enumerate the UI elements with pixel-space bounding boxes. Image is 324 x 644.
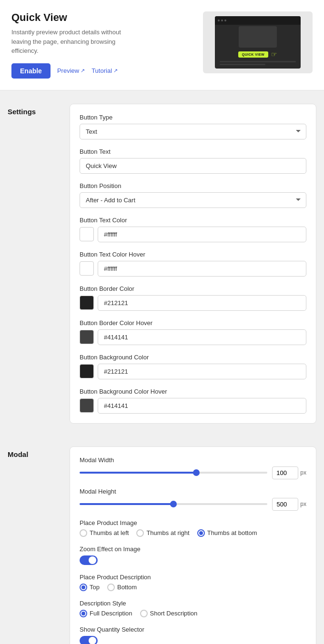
place-product-desc-options: Top Bottom [80,584,306,591]
page-title: Quick View [11,11,193,24]
settings-label: Settings [8,104,70,116]
place-product-image-options: Thumbs at left Thumbs at right Thumbs at… [80,529,306,537]
place-product-image-label: Place Product Image [80,519,306,526]
radio-circle-desc-bottom [107,584,115,591]
button-bg-color-hover-swatch[interactable] [80,398,94,413]
radio-desc-top[interactable]: Top [80,584,100,591]
modal-label: Modal [8,446,70,458]
radio-circle-full-desc [80,610,87,617]
button-bg-color-hover-row [80,398,306,414]
button-text-color-input[interactable] [98,227,306,242]
settings-section: Settings Button Type Text Icon Text + Ic… [0,94,324,433]
button-text-field: Button Text [80,148,306,174]
button-border-color-label: Button Border Color [80,285,306,292]
modal-width-input[interactable] [272,466,298,479]
modal-width-label: Modal Width [80,456,306,464]
button-type-field: Button Type Text Icon Text + Icon [80,114,306,139]
settings-panel: Button Type Text Icon Text + Icon Button… [70,104,316,424]
external-link-icon: ↗ [81,68,85,74]
modal-height-range-wrapper [80,503,267,505]
cursor-icon: ☞ [271,50,277,58]
button-position-field: Button Position After - Add to Cart Befo… [80,182,306,208]
preview-link[interactable]: Preview ↗ [57,67,85,74]
button-bg-color-input[interactable] [98,364,306,379]
button-bg-color-hover-input[interactable] [98,398,306,414]
button-text-color-hover-input[interactable] [98,261,306,277]
button-bg-color-hover-label: Button Background Color Hover [80,388,306,395]
modal-width-slider[interactable] [80,472,267,474]
place-product-image-field: Place Product Image Thumbs at left Thumb… [80,519,306,537]
button-bg-color-swatch[interactable] [80,364,94,378]
button-text-color-row [80,227,306,242]
preview-mockup: QUICK VIEW ☞ [215,16,301,69]
radio-thumbs-left[interactable]: Thumbs at left [80,529,129,537]
modal-width-range-wrapper [80,472,267,474]
button-border-color-swatch[interactable] [80,296,94,310]
preview-image: QUICK VIEW ☞ [203,11,313,73]
radio-short-desc[interactable]: Short Description [140,610,198,617]
button-text-color-hover-label: Button Text Color Hover [80,251,306,258]
header-actions: Enable Preview ↗ Tutorial ↗ [11,63,193,79]
modal-height-value: px [272,498,306,511]
button-type-label: Button Type [80,114,306,121]
modal-height-unit: px [300,501,306,507]
radio-circle-short-desc [140,610,148,617]
modal-height-slider[interactable] [80,503,267,505]
button-bg-color-row [80,364,306,379]
modal-width-unit: px [300,469,306,476]
radio-desc-bottom[interactable]: Bottom [107,584,137,591]
modal-width-value: px [272,466,306,479]
button-text-input[interactable] [80,158,306,174]
page-wrapper: Quick View Instantly preview product det… [0,0,324,644]
header-description: Instantly preview product details withou… [11,28,135,56]
modal-panel: Modal Width px Modal Height [70,446,316,644]
modal-height-label: Modal Height [80,488,306,495]
zoom-effect-label: Zoom Effect on Image [80,545,306,553]
tutorial-link[interactable]: Tutorial ↗ [91,67,118,74]
button-position-select[interactable]: After - Add to Cart Before - Add to Cart… [80,192,306,208]
button-bg-color-field: Button Background Color [80,354,306,379]
enable-button[interactable]: Enable [11,63,51,79]
radio-thumbs-right[interactable]: Thumbs at right [136,529,189,537]
zoom-effect-field: Zoom Effect on Image [80,545,306,565]
quantity-selector-toggle-thumb [89,637,96,644]
description-style-options: Full Description Short Description [80,610,306,617]
quantity-selector-toggle[interactable] [80,636,98,644]
button-border-color-hover-label: Button Border Color Hover [80,319,306,327]
radio-circle-desc-top [80,584,87,591]
preview-line [220,61,296,62]
preview-image-placeholder [239,26,277,48]
button-text-color-hover-row [80,261,306,277]
button-border-color-input[interactable] [98,295,306,311]
button-border-color-row [80,295,306,311]
button-text-color-label: Button Text Color [80,217,306,224]
button-border-color-field: Button Border Color [80,285,306,311]
external-link-icon-2: ↗ [113,68,118,74]
button-type-select[interactable]: Text Icon Text + Icon [80,124,306,139]
place-product-desc-field: Place Product Description Top Bottom [80,574,306,591]
button-text-color-swatch[interactable] [80,227,94,241]
modal-height-slider-row: px [80,498,306,511]
radio-circle-thumbs-bottom [197,529,205,537]
button-border-color-hover-field: Button Border Color Hover [80,319,306,345]
button-border-color-hover-swatch[interactable] [80,330,94,344]
quantity-selector-field: Show Quantity Selector [80,626,306,644]
zoom-effect-toggle[interactable] [80,555,98,565]
modal-height-field: Modal Height px [80,488,306,511]
button-border-color-hover-input[interactable] [98,329,306,345]
zoom-effect-toggle-thumb [89,556,96,564]
button-position-label: Button Position [80,182,306,189]
modal-height-input[interactable] [272,498,298,511]
radio-circle-thumbs-right [136,529,144,537]
button-text-color-hover-field: Button Text Color Hover [80,251,306,277]
button-text-label: Button Text [80,148,306,155]
modal-width-slider-row: px [80,466,306,479]
radio-thumbs-bottom[interactable]: Thumbs at bottom [197,529,257,537]
description-style-label: Description Style [80,600,306,607]
preview-content: QUICK VIEW ☞ [215,26,301,65]
button-text-color-field: Button Text Color [80,217,306,242]
preview-line-short [220,64,265,65]
button-bg-color-hover-field: Button Background Color Hover [80,388,306,414]
button-text-color-hover-swatch[interactable] [80,261,94,276]
radio-full-desc[interactable]: Full Description [80,610,132,617]
